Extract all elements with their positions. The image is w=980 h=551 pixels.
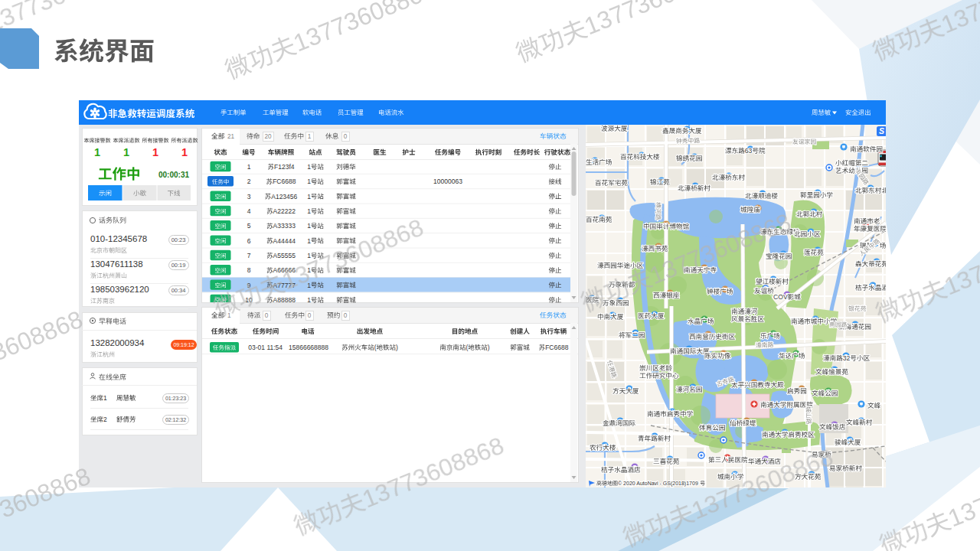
svg-text:1: 1 [307,163,311,171]
svg-text:(: ( [466,344,468,351]
svg-text:1: 1 [103,394,107,402]
svg-text:1: 1 [307,296,311,304]
svg-text:1: 1 [307,222,311,230]
svg-text:0: 0 [344,133,348,140]
svg-text:): ) [396,344,398,351]
svg-text:21: 21 [227,133,235,140]
svg-text:10000063: 10000063 [433,178,462,185]
svg-text:63: 63 [745,147,753,155]
svg-text:© 2020 AutoNavi - GS(2018)1709: © 2020 AutoNavi - GS(2018)1709 [618,481,698,487]
svg-text:1: 1 [247,163,251,171]
svg-text:2: 2 [247,178,251,185]
svg-text:A33333: A33333 [273,222,296,230]
svg-text:01:23:23: 01:23:23 [165,396,186,401]
svg-text:00:00:31: 00:00:31 [158,171,189,179]
svg-text:8: 8 [247,266,251,274]
svg-text:A44444: A44444 [273,237,296,245]
svg-text:S: S [879,126,884,135]
svg-text:1: 1 [307,193,311,201]
svg-text:(: ( [374,344,377,351]
svg-text:1: 1 [152,146,158,158]
svg-text:): ) [488,344,490,351]
svg-text:5: 5 [247,222,251,230]
svg-text:2: 2 [103,416,107,423]
svg-text:1: 1 [307,237,311,245]
svg-text:1: 1 [307,178,311,185]
svg-text:1: 1 [123,146,129,158]
svg-text:010-12345678: 010-12345678 [90,234,147,243]
svg-text:32: 32 [843,354,851,362]
svg-text:A123456: A123456 [271,193,297,201]
svg-text:FC6688: FC6688 [545,344,569,351]
svg-text:A55555: A55555 [273,252,296,259]
svg-text:COV: COV [773,293,788,301]
svg-text:15866668888: 15866668888 [289,344,328,351]
svg-text:1: 1 [94,146,100,158]
svg-text:1: 1 [307,207,311,215]
svg-text:198503962120: 198503962120 [90,285,149,294]
svg-text:02:12:32: 02:12:32 [165,417,186,422]
svg-text:03-01 11:54: 03-01 11:54 [248,344,283,351]
svg-text:4: 4 [247,207,251,215]
svg-text:0: 0 [308,312,312,319]
svg-text:7: 7 [247,252,251,259]
svg-text:00:23: 00:23 [172,236,186,243]
svg-text:1: 1 [181,146,188,158]
svg-text:0: 0 [344,312,348,319]
svg-text:13047611138: 13047611138 [90,259,143,269]
svg-text:A88888: A88888 [273,296,296,304]
svg-text:A22222: A22222 [273,207,296,215]
svg-text:00:19: 00:19 [172,262,186,269]
svg-text:20: 20 [264,133,272,140]
svg-text:00:34: 00:34 [172,287,186,294]
svg-text:09:19:12: 09:19:12 [173,342,194,347]
svg-text:F123f4: F123f4 [274,163,295,171]
svg-text:1: 1 [308,133,312,140]
svg-text:1: 1 [227,312,231,319]
svg-text:3: 3 [247,193,251,201]
svg-text:13282000934: 13282000934 [90,338,145,347]
svg-text:6: 6 [247,237,251,245]
svg-text:FC6688: FC6688 [273,178,296,185]
svg-text:0: 0 [265,312,269,319]
